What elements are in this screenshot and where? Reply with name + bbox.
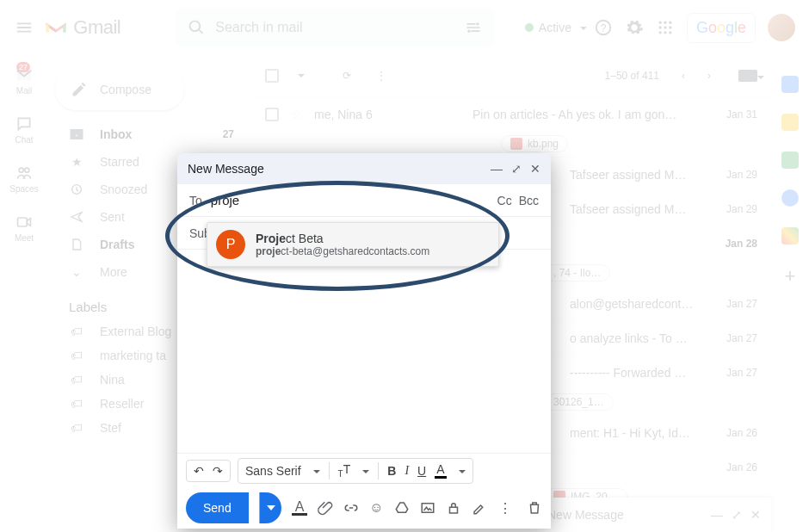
undo-icon[interactable]: ↶ — [194, 464, 204, 478]
close-icon[interactable]: ✕ — [750, 508, 761, 522]
presence-chip[interactable]: Active — [525, 21, 587, 34]
next-page[interactable]: › — [707, 70, 711, 82]
compose-window: New Message — ⤢ ✕ To Cc Bcc Sub ↶ ↷ Sans… — [177, 153, 551, 529]
discard-icon[interactable] — [527, 500, 542, 516]
svg-point-11 — [664, 31, 666, 34]
underline-button[interactable]: U — [417, 464, 426, 478]
contacts-addon-icon[interactable] — [781, 189, 799, 207]
svg-point-10 — [658, 31, 661, 34]
apps-icon[interactable] — [656, 18, 675, 37]
keep-addon-icon[interactable] — [781, 114, 799, 131]
minimized-compose-tab[interactable]: New Message — ⤢ ✕ — [537, 498, 771, 532]
meet-icon — [15, 213, 34, 232]
caret-down-icon — [577, 21, 587, 34]
text-color-button[interactable]: A — [435, 462, 446, 479]
suggestion-avatar: P — [216, 230, 245, 259]
add-addon-icon[interactable]: + — [785, 265, 796, 288]
contact-suggestion[interactable]: P Project Beta project-beta@getsharedcon… — [207, 222, 499, 267]
send-toolbar: Send A ☺ ⋮ — [177, 487, 551, 529]
font-size-icon[interactable]: TT — [338, 462, 351, 479]
font-select[interactable]: Sans Serif — [245, 464, 301, 478]
refresh-icon[interactable]: ⟳ — [337, 66, 356, 85]
svg-text:?: ? — [601, 22, 607, 34]
page-range: 1–50 of 411 — [605, 70, 659, 82]
tasks-addon-icon[interactable] — [781, 152, 799, 169]
tag-icon: 🏷 — [69, 372, 84, 387]
hamburger-icon[interactable] — [14, 17, 34, 38]
nav-label: Inbox — [100, 127, 132, 141]
settings-icon[interactable] — [625, 18, 644, 37]
addon-icon[interactable] — [781, 227, 799, 244]
compose-body[interactable] — [177, 250, 551, 453]
chevron-down-icon: ⌄ — [69, 264, 84, 280]
account-avatar[interactable] — [768, 14, 795, 41]
send-icon — [69, 209, 84, 225]
link-icon[interactable] — [343, 500, 359, 516]
star-icon[interactable]: ☆ — [291, 108, 302, 121]
more-icon[interactable]: ⋮ — [372, 66, 391, 85]
select-all-checkbox[interactable] — [265, 69, 279, 83]
google-logo[interactable]: Google — [687, 13, 756, 43]
rail-spaces-label: Spaces — [9, 184, 38, 194]
mail-toolbar: ⟳ ⋮ 1–50 of 411 ‹ › — [251, 55, 771, 96]
compose-titlebar[interactable]: New Message — ⤢ ✕ — [177, 153, 551, 184]
help-icon[interactable]: ? — [594, 18, 613, 37]
svg-point-7 — [658, 26, 661, 28]
presence-dot-icon — [525, 23, 534, 32]
bcc-button[interactable]: Bcc — [519, 194, 539, 207]
prev-page[interactable]: ‹ — [682, 70, 685, 82]
minimize-icon[interactable]: — — [711, 508, 723, 522]
formatting-icon[interactable]: A — [292, 500, 306, 516]
to-input[interactable] — [211, 193, 489, 207]
search-bar[interactable] — [176, 8, 494, 47]
search-input[interactable] — [215, 20, 454, 35]
compose-button[interactable]: Compose — [55, 69, 184, 110]
calendar-addon-icon[interactable] — [781, 76, 799, 93]
tag-icon: 🏷 — [69, 396, 84, 411]
bold-button[interactable]: B — [387, 464, 396, 478]
rail-spaces[interactable]: Spaces — [9, 164, 38, 194]
inbox-icon — [69, 127, 84, 142]
rail-meet[interactable]: Meet — [15, 213, 34, 243]
send-options-button[interactable] — [259, 492, 282, 523]
input-tools-icon[interactable] — [738, 70, 757, 82]
expand-icon[interactable]: ⤢ — [511, 162, 522, 176]
drive-icon[interactable] — [394, 500, 410, 516]
svg-point-13 — [19, 168, 23, 172]
svg-point-6 — [669, 22, 671, 24]
photo-icon[interactable] — [420, 500, 435, 516]
row-subject: Pin on articles - Ah yes ok. I am gon… — [472, 108, 694, 121]
confidential-icon[interactable] — [446, 500, 461, 516]
spaces-icon — [15, 164, 34, 182]
tune-icon[interactable] — [465, 19, 482, 36]
more-options-icon[interactable]: ⋮ — [497, 500, 513, 516]
search-icon — [188, 19, 205, 36]
rail-meet-label: Meet — [15, 233, 34, 243]
chat-icon — [15, 114, 34, 133]
compose-label: Compose — [100, 83, 151, 96]
expand-icon[interactable]: ⤢ — [732, 508, 742, 522]
send-button[interactable]: Send — [186, 492, 249, 523]
attachment-chip[interactable]: kb.png — [501, 135, 568, 152]
svg-point-12 — [669, 31, 671, 34]
message-row[interactable]: ☆ me, Nina 6 Pin on articles - Ah yes ok… — [251, 96, 771, 131]
nav-inbox[interactable]: Inbox 27 — [48, 121, 251, 148]
nav-label: Drafts — [100, 238, 134, 251]
close-icon[interactable]: ✕ — [530, 162, 540, 176]
to-row[interactable]: To Cc Bcc — [177, 184, 551, 217]
svg-rect-18 — [450, 507, 458, 513]
cc-button[interactable]: Cc — [497, 194, 512, 207]
minimize-icon[interactable]: — — [491, 162, 503, 176]
compose-title: New Message — [188, 162, 264, 176]
select-dropdown[interactable] — [294, 70, 305, 82]
attach-icon[interactable] — [318, 500, 333, 516]
italic-button[interactable]: I — [404, 464, 409, 478]
svg-point-5 — [664, 22, 666, 24]
rail-chat[interactable]: Chat — [15, 114, 34, 145]
signature-icon[interactable] — [472, 500, 487, 516]
row-checkbox[interactable] — [265, 108, 279, 121]
svg-point-1 — [467, 30, 470, 33]
redo-icon[interactable]: ↷ — [213, 464, 223, 478]
rail-mail[interactable]: 27 Mail — [15, 65, 34, 96]
emoji-icon[interactable]: ☺ — [369, 500, 384, 516]
